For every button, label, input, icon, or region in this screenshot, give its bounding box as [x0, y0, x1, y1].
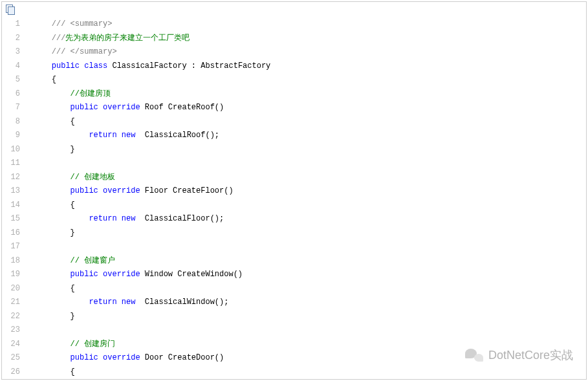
- line-number: 25: [2, 351, 20, 365]
- line-number: 19: [2, 268, 20, 282]
- line-number: 8: [2, 115, 20, 129]
- line-number: 12: [2, 171, 20, 185]
- line-number-gutter: 1234567891011121314151617181920212223242…: [2, 17, 27, 379]
- code-line: {: [33, 73, 586, 87]
- code-line: return new ClassicalRoof();: [33, 129, 586, 143]
- code-line: {: [33, 365, 586, 380]
- code-block: 1234567891011121314151617181920212223242…: [1, 1, 587, 380]
- code-line: public class ClassicalFactory : Abstract…: [33, 60, 586, 74]
- line-number: 14: [2, 199, 20, 213]
- line-number: 13: [2, 184, 20, 199]
- code-line: [33, 323, 586, 338]
- line-number: 11: [2, 157, 20, 171]
- code-content: /// <summary> ///先为表弟的房子来建立一个工厂类吧 /// </…: [27, 17, 586, 379]
- code-line: //创建房顶: [33, 87, 586, 102]
- code-line: [33, 240, 586, 254]
- line-number: 18: [2, 254, 20, 268]
- code-line: /// </summary>: [33, 45, 586, 60]
- line-number: 15: [2, 212, 20, 226]
- watermark: DotNetCore实战: [465, 347, 573, 363]
- line-number: 1: [2, 17, 20, 32]
- code-line: }: [33, 143, 586, 157]
- code-line: return new ClassicalWindow();: [33, 296, 586, 310]
- code-line: }: [33, 226, 586, 241]
- line-number: 21: [2, 296, 20, 310]
- line-number: 20: [2, 282, 20, 296]
- line-number: 6: [2, 87, 20, 102]
- line-number: 22: [2, 310, 20, 324]
- line-number: 23: [2, 323, 20, 338]
- line-number: 26: [2, 365, 20, 380]
- code-line: ///先为表弟的房子来建立一个工厂类吧: [33, 32, 586, 46]
- code-line: {: [33, 282, 586, 296]
- code-line: public override Roof CreateRoof(): [33, 101, 586, 115]
- line-number: 3: [2, 45, 20, 60]
- line-number: 5: [2, 73, 20, 87]
- line-number: 10: [2, 143, 20, 157]
- code-line: // 创建窗户: [33, 254, 586, 268]
- code-line: {: [33, 199, 586, 213]
- code-line: public override Floor CreateFloor(): [33, 184, 586, 199]
- wechat-icon: [465, 347, 483, 363]
- line-number: 24: [2, 338, 20, 352]
- line-number: 9: [2, 129, 20, 143]
- copy-icon[interactable]: [6, 5, 15, 14]
- code-line: // 创建地板: [33, 171, 586, 185]
- code-line: /// <summary>: [33, 17, 586, 32]
- line-number: 16: [2, 226, 20, 241]
- code-line: [33, 157, 586, 171]
- code-area: 1234567891011121314151617181920212223242…: [2, 16, 586, 379]
- line-number: 2: [2, 32, 20, 46]
- code-line: {: [33, 115, 586, 129]
- code-line: }: [33, 310, 586, 324]
- line-number: 17: [2, 240, 20, 254]
- line-number: 7: [2, 101, 20, 115]
- watermark-text: DotNetCore实战: [488, 347, 573, 363]
- code-line: return new ClassicalFloor();: [33, 212, 586, 226]
- code-toolbar: [2, 2, 586, 16]
- code-line: public override Window CreateWindow(): [33, 268, 586, 282]
- line-number: 4: [2, 60, 20, 74]
